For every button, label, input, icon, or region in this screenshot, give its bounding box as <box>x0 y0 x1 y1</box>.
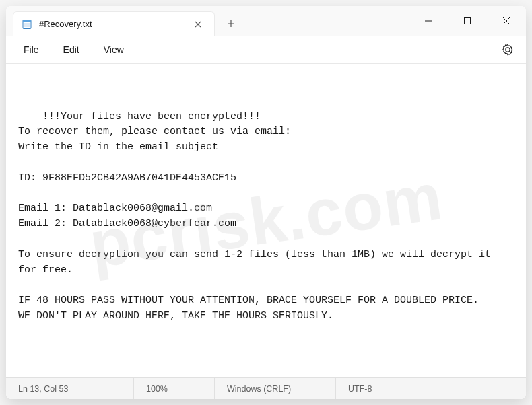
menu-edit[interactable]: Edit <box>53 40 90 59</box>
tab-title: #Recovery.txt <box>39 19 182 29</box>
tab-area: #Recovery.txt <box>6 11 409 36</box>
status-line-ending[interactable]: Windows (CRLF) <box>215 378 336 399</box>
settings-button[interactable] <box>496 38 519 61</box>
titlebar: #Recovery.txt <box>6 6 526 36</box>
menubar: File Edit View <box>6 36 526 64</box>
svg-rect-10 <box>465 18 471 24</box>
text-content[interactable]: pcrisk.com !!!Your files have been encry… <box>6 64 526 377</box>
gear-icon <box>502 44 514 56</box>
status-zoom[interactable]: 100% <box>134 378 215 399</box>
svg-rect-1 <box>23 20 31 22</box>
notepad-window: #Recovery.txt <box>6 6 526 399</box>
statusbar: Ln 13, Col 53 100% Windows (CRLF) UTF-8 <box>6 377 526 399</box>
menu-file[interactable]: File <box>13 40 50 59</box>
document-text: !!!Your files have been encrypted!!! To … <box>18 111 497 322</box>
window-controls <box>409 6 526 36</box>
menu-view[interactable]: View <box>93 40 135 59</box>
status-encoding[interactable]: UTF-8 <box>336 378 417 399</box>
new-tab-button[interactable] <box>219 11 243 36</box>
tab-close-button[interactable] <box>189 15 207 34</box>
minimize-button[interactable] <box>409 6 448 36</box>
tab-active[interactable]: #Recovery.txt <box>13 11 215 36</box>
notepad-icon <box>22 19 32 30</box>
close-button[interactable] <box>487 6 526 36</box>
status-position[interactable]: Ln 13, Col 53 <box>6 378 134 399</box>
maximize-button[interactable] <box>448 6 487 36</box>
